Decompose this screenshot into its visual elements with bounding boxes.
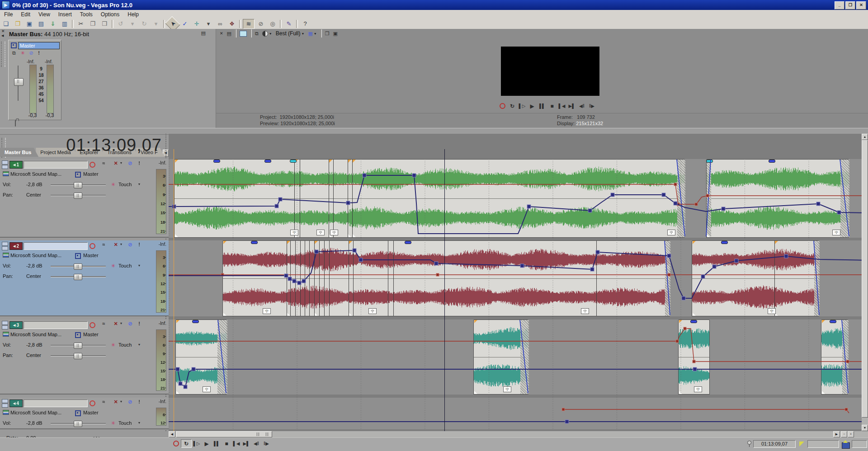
volume-slider-thumb[interactable] [74,182,82,188]
volume-envelope-node[interactable] [701,275,705,278]
arm-record-icon[interactable] [90,322,95,328]
track-envelope-icon[interactable]: ≈ [100,321,107,326]
maximize-track-icon[interactable] [2,325,8,329]
save-project-icon[interactable]: ▣ [24,19,35,28]
volume-envelope-node[interactable] [590,268,594,271]
previous-frame-button[interactable]: ◀‖ [577,102,587,110]
playhead-cursor[interactable] [444,149,445,431]
volume-envelope-node[interactable] [520,264,524,268]
track-meter[interactable]: 36912151821 [156,329,166,391]
record-device-icon[interactable] [842,442,850,449]
volume-envelope-node[interactable] [284,274,288,277]
volume-envelope-node[interactable] [412,174,416,177]
track-envelope-icon[interactable]: ≈ [100,160,107,166]
mute-dropdown-icon[interactable]: ▼ [119,161,123,164]
track-meter[interactable]: 612 [156,408,166,426]
tab-master-bus[interactable]: Master Bus [0,148,38,157]
undo-icon[interactable]: ↺ [115,19,126,28]
volume-envelope-node[interactable] [179,382,182,385]
auto-ripple-icon[interactable]: ≋ [243,19,255,29]
minimize-track-icon[interactable] [2,399,8,403]
pan-envelope-node[interactable] [676,340,679,343]
mute-dropdown-icon[interactable]: ▼ [119,243,123,246]
solo-icon[interactable]: ⊘ [127,160,133,166]
volume-slider-thumb[interactable] [74,421,82,427]
play-button[interactable]: ▶ [527,102,537,110]
edit-tool-dropdown-icon[interactable]: ▾ [203,19,214,28]
scroll-up-icon[interactable]: ▲ [862,134,868,140]
minimize-track-icon[interactable] [2,321,8,325]
bus-assignment[interactable]: Master [83,253,99,258]
volume-envelope-node[interactable] [735,259,738,263]
invert-phase-icon[interactable]: ǃ [137,160,141,166]
volume-envelope-node[interactable] [288,277,292,281]
automation-gear-icon[interactable]: ✳ [19,50,26,56]
master-fader-handle[interactable] [14,78,24,86]
volume-envelope-node[interactable] [565,420,569,423]
mute-dropdown-icon[interactable]: ▼ [119,400,123,403]
device-name[interactable]: Microsoft Sound Map... [10,332,61,337]
play-from-start-button[interactable]: ▌▷ [192,440,202,447]
paste-icon[interactable]: ❒ [99,19,110,28]
whats-this-help-icon[interactable]: ? [300,19,311,28]
arm-record-icon[interactable] [90,400,95,406]
track-name-field[interactable] [24,161,88,169]
pan-envelope-node[interactable] [562,408,565,411]
menu-tools[interactable]: Tools [76,11,97,18]
minimize-track-icon[interactable] [2,160,8,164]
new-project-icon[interactable]: ❏ [0,19,11,28]
menu-options[interactable]: Options [97,11,123,18]
close-panel-icon[interactable]: ✕ [1,29,5,33]
preview-quality-icon[interactable]: ▼ [262,31,272,37]
pan-value[interactable]: Center [26,192,41,197]
current-timecode[interactable]: 01:13:09,07 [18,136,162,155]
status-field-3[interactable] [852,440,867,448]
solo-icon[interactable]: ⊘ [127,321,133,327]
mute-icon[interactable]: ✕ [113,399,119,405]
track-1-header[interactable]: ◀1≈✕▼⊘ǃ-Inf.Microsoft Sound Map...Master… [0,159,169,238]
volume-envelope-node[interactable] [722,207,725,211]
copy-icon[interactable]: ❐ [87,19,98,28]
bus-assignment[interactable]: Master [83,332,99,337]
ignore-grouping-icon[interactable]: ◎ [267,19,278,28]
invert-phase-icon[interactable]: ǃ [137,242,141,247]
automation-mode[interactable]: Touch [118,182,132,187]
solo-icon[interactable]: ⊘ [127,399,133,405]
pan-envelope-node[interactable] [846,360,849,363]
mute-icon[interactable]: ✕ [113,160,119,166]
master-meter-left[interactable] [29,65,37,113]
lock-envelopes-icon[interactable]: ⊘ [255,19,266,28]
master-name-field[interactable]: Master [18,42,60,49]
go-to-start-button[interactable]: ▌◀ [557,102,567,110]
mute-icon[interactable]: ✕ [113,321,119,327]
automation-gear-icon[interactable]: ✳ [110,342,116,348]
record-button[interactable] [171,440,181,447]
overlays-grid-icon[interactable]: ▦▼ [308,31,316,37]
pan-envelope-node[interactable] [436,273,439,276]
play-button[interactable]: ▶ [202,440,212,447]
volume-envelope-node[interactable] [527,205,531,208]
bus-assignment[interactable]: Master [83,410,99,415]
group-events-icon[interactable]: ∞ [215,19,226,28]
automation-gear-icon[interactable]: ✳ [110,263,116,269]
track-name-field[interactable] [24,321,88,329]
minimize-button[interactable]: _ [835,1,844,9]
automation-dropdown-icon[interactable]: ▼ [137,183,141,186]
close-button[interactable]: ✕ [856,1,866,9]
pan-slider-thumb[interactable] [74,274,82,280]
fader-lock-icon[interactable] [15,120,16,127]
track-meter[interactable]: 36912151821 [156,169,166,234]
copy-snapshot-icon[interactable]: ❐ [325,31,330,37]
automation-gear-icon[interactable]: ✳ [110,420,116,426]
volume-value[interactable]: -2,8 dB [26,342,42,348]
volume-value[interactable]: -2,8 dB [26,263,42,268]
volume-envelope-node[interactable] [667,254,671,258]
track-3-header[interactable]: ◀3≈✕▼⊘ǃ-Inf.Microsoft Sound Map...Master… [0,319,169,395]
pan-slider-thumb[interactable] [74,193,82,199]
h-scroll-thumb[interactable] [176,431,272,437]
pan-envelope-node[interactable] [695,203,698,206]
redo-icon[interactable]: ↻ [139,19,150,28]
pan-envelope-node[interactable] [668,273,670,276]
volume-envelope-node[interactable] [315,250,318,254]
volume-envelope-node[interactable] [297,281,301,285]
